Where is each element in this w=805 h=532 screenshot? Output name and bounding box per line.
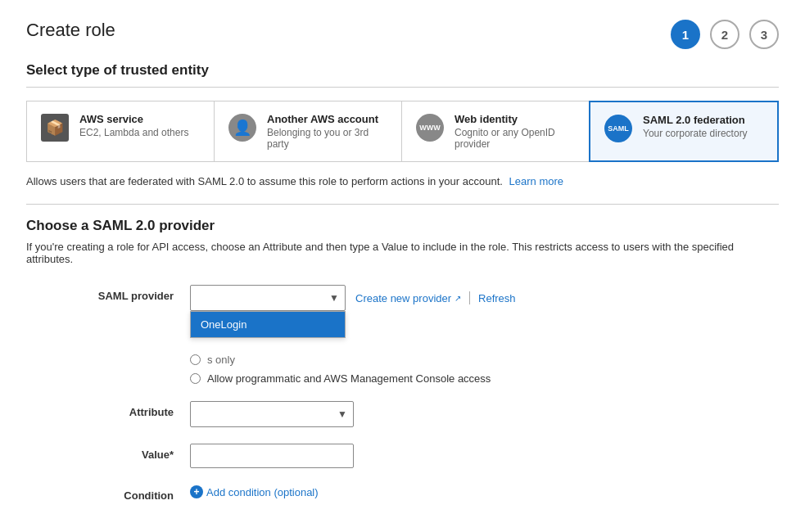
- attribute-dropdown[interactable]: ▼: [190, 401, 354, 427]
- programmatic-only-label: s only: [207, 354, 235, 366]
- value-row: Value*: [26, 444, 779, 468]
- dropdown-item-onelogin[interactable]: OneLogin: [191, 312, 345, 337]
- saml-provider-menu: OneLogin: [190, 311, 346, 338]
- another-account-icon: 👤: [228, 113, 257, 142]
- condition-row: Condition + Add condition (optional): [26, 485, 779, 502]
- saml-section-description: If you're creating a role for API access…: [26, 241, 779, 265]
- add-condition-label: Add condition (optional): [206, 486, 319, 498]
- saml-provider-select[interactable]: OneLogin: [190, 285, 346, 311]
- attribute-select[interactable]: [190, 401, 354, 427]
- saml-section-header: Choose a SAML 2.0 provider: [26, 218, 779, 234]
- access-radio-group: s only Allow programmatic and AWS Manage…: [190, 354, 779, 385]
- step-indicator: 1 2 3: [671, 20, 779, 49]
- saml-provider-label: SAML provider: [26, 285, 190, 302]
- access-radio-console: Allow programmatic and AWS Management Co…: [190, 372, 779, 385]
- console-access-label: Allow programmatic and AWS Management Co…: [207, 372, 491, 385]
- web-identity-title: Web identity: [455, 113, 576, 125]
- external-link-icon: ↗: [455, 294, 461, 303]
- learn-more-link[interactable]: Learn more: [509, 175, 563, 187]
- page-title: Create role: [26, 20, 115, 41]
- step-1: 1: [671, 20, 700, 49]
- another-account-subtitle: Belonging to you or 3rd party: [267, 127, 388, 150]
- entity-card-web-identity[interactable]: WWW Web identity Cognito or any OpenID p…: [401, 101, 589, 162]
- step-3: 3: [749, 20, 779, 49]
- access-radio-programmatic: s only: [190, 354, 779, 366]
- entity-card-saml-federation[interactable]: SAML SAML 2.0 federation Your corporate …: [589, 101, 779, 162]
- condition-label: Condition: [26, 485, 190, 502]
- plus-icon: +: [190, 485, 203, 498]
- create-new-provider-link[interactable]: Create new provider ↗: [355, 292, 461, 304]
- console-access-radio[interactable]: [190, 373, 201, 384]
- entity-section-header: Select type of trusted entity: [26, 62, 779, 88]
- entity-card-aws-service[interactable]: 📦 AWS service EC2, Lambda and others: [26, 101, 214, 162]
- web-identity-icon: WWW: [415, 113, 445, 142]
- saml-info-text: Allows users that are federated with SAM…: [26, 175, 779, 187]
- saml-federation-icon: SAML: [604, 114, 633, 143]
- entity-cards: 📦 AWS service EC2, Lambda and others 👤 A…: [26, 101, 779, 162]
- aws-service-title: AWS service: [79, 113, 188, 125]
- saml-provider-dropdown[interactable]: OneLogin ▼ OneLogin: [190, 285, 346, 311]
- refresh-link[interactable]: Refresh: [478, 292, 516, 304]
- another-account-title: Another AWS account: [267, 113, 388, 125]
- attribute-label: Attribute: [26, 401, 190, 418]
- step-2: 2: [710, 20, 739, 49]
- web-identity-subtitle: Cognito or any OpenID provider: [455, 127, 576, 150]
- saml-provider-row: SAML provider OneLogin ▼ OneLogin Create…: [26, 285, 779, 385]
- value-label: Value*: [26, 444, 190, 461]
- value-input[interactable]: [190, 444, 354, 468]
- aws-service-icon: 📦: [40, 113, 70, 142]
- section-divider: [26, 204, 779, 205]
- actions-divider: [469, 291, 470, 304]
- aws-service-subtitle: EC2, Lambda and others: [79, 127, 188, 138]
- add-condition-button[interactable]: + Add condition (optional): [190, 485, 319, 498]
- saml-federation-title: SAML 2.0 federation: [643, 114, 748, 126]
- entity-card-another-account[interactable]: 👤 Another AWS account Belonging to you o…: [214, 101, 401, 162]
- programmatic-only-radio[interactable]: [190, 354, 201, 365]
- saml-federation-subtitle: Your corporate directory: [643, 128, 748, 139]
- attribute-row: Attribute ▼: [26, 401, 779, 427]
